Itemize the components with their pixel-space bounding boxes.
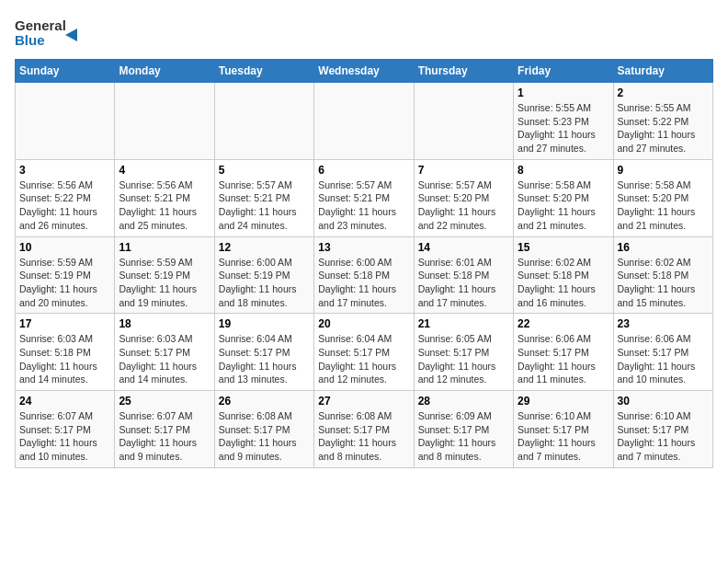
calendar-cell	[414, 83, 513, 160]
day-number: 4	[119, 164, 210, 177]
calendar-cell: 24Sunrise: 6:07 AM Sunset: 5:17 PM Dayli…	[16, 391, 115, 468]
weekday-label: Thursday	[414, 60, 513, 83]
day-info: Sunrise: 5:56 AM Sunset: 5:22 PM Dayligh…	[19, 178, 110, 233]
day-info: Sunrise: 6:08 AM Sunset: 5:17 PM Dayligh…	[219, 409, 310, 464]
day-number: 27	[318, 395, 409, 408]
calendar-cell: 15Sunrise: 6:02 AM Sunset: 5:18 PM Dayli…	[514, 236, 613, 314]
weekday-label: Wednesday	[314, 60, 414, 83]
day-number: 23	[618, 317, 709, 330]
calendar-cell: 30Sunrise: 6:10 AM Sunset: 5:17 PM Dayli…	[613, 391, 712, 468]
calendar-week-row: 17Sunrise: 6:03 AM Sunset: 5:18 PM Dayli…	[16, 314, 713, 391]
calendar-cell: 25Sunrise: 6:07 AM Sunset: 5:17 PM Dayli…	[115, 391, 214, 468]
day-info: Sunrise: 6:02 AM Sunset: 5:18 PM Dayligh…	[618, 256, 709, 310]
day-info: Sunrise: 6:00 AM Sunset: 5:19 PM Dayligh…	[219, 256, 310, 310]
calendar-cell: 21Sunrise: 6:05 AM Sunset: 5:17 PM Dayli…	[414, 314, 513, 391]
calendar-cell: 20Sunrise: 6:04 AM Sunset: 5:17 PM Dayli…	[314, 314, 414, 391]
calendar-table: SundayMondayTuesdayWednesdayThursdayFrid…	[15, 59, 713, 468]
weekday-label: Friday	[514, 60, 613, 83]
day-number: 1	[518, 86, 609, 99]
calendar-cell: 4Sunrise: 5:56 AM Sunset: 5:21 PM Daylig…	[115, 159, 214, 236]
calendar-cell: 8Sunrise: 5:58 AM Sunset: 5:20 PM Daylig…	[514, 159, 613, 236]
day-info: Sunrise: 6:06 AM Sunset: 5:17 PM Dayligh…	[518, 332, 609, 386]
day-info: Sunrise: 5:57 AM Sunset: 5:21 PM Dayligh…	[318, 178, 409, 233]
day-number: 26	[219, 395, 310, 408]
day-number: 17	[19, 317, 110, 330]
calendar-cell: 16Sunrise: 6:02 AM Sunset: 5:18 PM Dayli…	[613, 236, 712, 314]
day-number: 28	[418, 395, 509, 408]
calendar-week-row: 3Sunrise: 5:56 AM Sunset: 5:22 PM Daylig…	[16, 159, 713, 236]
logo-svg: GeneralBlue	[15, 15, 79, 52]
page-header: GeneralBlue	[15, 15, 713, 52]
day-number: 12	[219, 241, 310, 254]
day-number: 24	[19, 395, 110, 408]
weekday-label: Sunday	[16, 60, 115, 83]
day-number: 5	[219, 164, 310, 177]
calendar-cell: 11Sunrise: 5:59 AM Sunset: 5:19 PM Dayli…	[115, 236, 214, 314]
calendar-cell: 1Sunrise: 5:55 AM Sunset: 5:23 PM Daylig…	[514, 83, 613, 160]
day-info: Sunrise: 5:57 AM Sunset: 5:21 PM Dayligh…	[219, 178, 310, 233]
day-number: 3	[19, 164, 110, 177]
calendar-cell: 23Sunrise: 6:06 AM Sunset: 5:17 PM Dayli…	[613, 314, 712, 391]
day-number: 2	[618, 86, 709, 99]
day-info: Sunrise: 6:03 AM Sunset: 5:18 PM Dayligh…	[19, 332, 110, 386]
calendar-cell: 17Sunrise: 6:03 AM Sunset: 5:18 PM Dayli…	[16, 314, 115, 391]
calendar-cell: 13Sunrise: 6:00 AM Sunset: 5:18 PM Dayli…	[314, 236, 414, 314]
day-number: 9	[618, 164, 709, 177]
day-number: 10	[19, 241, 110, 254]
day-info: Sunrise: 6:03 AM Sunset: 5:17 PM Dayligh…	[119, 332, 210, 386]
day-info: Sunrise: 5:55 AM Sunset: 5:22 PM Dayligh…	[618, 101, 709, 155]
day-number: 8	[518, 164, 609, 177]
day-number: 15	[518, 241, 609, 254]
svg-text:Blue: Blue	[15, 32, 45, 48]
weekday-label: Monday	[115, 60, 214, 83]
day-info: Sunrise: 5:57 AM Sunset: 5:20 PM Dayligh…	[418, 178, 509, 233]
day-info: Sunrise: 6:01 AM Sunset: 5:18 PM Dayligh…	[418, 256, 509, 310]
day-number: 21	[418, 317, 509, 330]
day-number: 14	[418, 241, 509, 254]
day-info: Sunrise: 6:10 AM Sunset: 5:17 PM Dayligh…	[518, 409, 609, 464]
calendar-cell	[16, 83, 115, 160]
day-number: 22	[518, 317, 609, 330]
day-info: Sunrise: 6:05 AM Sunset: 5:17 PM Dayligh…	[418, 332, 509, 386]
day-info: Sunrise: 6:07 AM Sunset: 5:17 PM Dayligh…	[119, 409, 210, 464]
day-info: Sunrise: 6:09 AM Sunset: 5:17 PM Dayligh…	[418, 409, 509, 464]
calendar-cell	[115, 83, 214, 160]
day-number: 30	[618, 395, 709, 408]
calendar-cell: 9Sunrise: 5:58 AM Sunset: 5:20 PM Daylig…	[613, 159, 712, 236]
calendar-week-row: 24Sunrise: 6:07 AM Sunset: 5:17 PM Dayli…	[16, 391, 713, 468]
calendar-cell: 14Sunrise: 6:01 AM Sunset: 5:18 PM Dayli…	[414, 236, 513, 314]
svg-text:General: General	[15, 17, 66, 33]
calendar-cell: 5Sunrise: 5:57 AM Sunset: 5:21 PM Daylig…	[214, 159, 313, 236]
day-number: 20	[318, 317, 409, 330]
calendar-cell: 22Sunrise: 6:06 AM Sunset: 5:17 PM Dayli…	[514, 314, 613, 391]
calendar-cell: 27Sunrise: 6:08 AM Sunset: 5:17 PM Dayli…	[314, 391, 414, 468]
day-info: Sunrise: 6:02 AM Sunset: 5:18 PM Dayligh…	[518, 256, 609, 310]
calendar-cell: 12Sunrise: 6:00 AM Sunset: 5:19 PM Dayli…	[214, 236, 313, 314]
calendar-cell: 7Sunrise: 5:57 AM Sunset: 5:20 PM Daylig…	[414, 159, 513, 236]
day-info: Sunrise: 5:56 AM Sunset: 5:21 PM Dayligh…	[119, 178, 210, 233]
logo: GeneralBlue	[15, 15, 79, 52]
day-number: 25	[119, 395, 210, 408]
calendar-cell: 2Sunrise: 5:55 AM Sunset: 5:22 PM Daylig…	[613, 83, 712, 160]
day-info: Sunrise: 5:58 AM Sunset: 5:20 PM Dayligh…	[518, 178, 609, 233]
calendar-body: 1Sunrise: 5:55 AM Sunset: 5:23 PM Daylig…	[16, 83, 713, 468]
day-number: 19	[219, 317, 310, 330]
calendar-cell: 10Sunrise: 5:59 AM Sunset: 5:19 PM Dayli…	[16, 236, 115, 314]
svg-marker-2	[65, 29, 77, 41]
day-info: Sunrise: 5:59 AM Sunset: 5:19 PM Dayligh…	[19, 256, 110, 310]
calendar-cell: 6Sunrise: 5:57 AM Sunset: 5:21 PM Daylig…	[314, 159, 414, 236]
calendar-cell	[314, 83, 414, 160]
day-info: Sunrise: 5:58 AM Sunset: 5:20 PM Dayligh…	[618, 178, 709, 233]
calendar-header: SundayMondayTuesdayWednesdayThursdayFrid…	[16, 60, 713, 83]
calendar-cell: 19Sunrise: 6:04 AM Sunset: 5:17 PM Dayli…	[214, 314, 313, 391]
calendar-cell: 28Sunrise: 6:09 AM Sunset: 5:17 PM Dayli…	[414, 391, 513, 468]
day-info: Sunrise: 6:04 AM Sunset: 5:17 PM Dayligh…	[318, 332, 409, 386]
calendar-cell: 3Sunrise: 5:56 AM Sunset: 5:22 PM Daylig…	[16, 159, 115, 236]
weekday-label: Saturday	[613, 60, 712, 83]
calendar-cell	[214, 83, 313, 160]
day-info: Sunrise: 6:08 AM Sunset: 5:17 PM Dayligh…	[318, 409, 409, 464]
calendar-week-row: 1Sunrise: 5:55 AM Sunset: 5:23 PM Daylig…	[16, 83, 713, 160]
calendar-week-row: 10Sunrise: 5:59 AM Sunset: 5:19 PM Dayli…	[16, 236, 713, 314]
weekday-header-row: SundayMondayTuesdayWednesdayThursdayFrid…	[16, 60, 713, 83]
calendar-cell: 26Sunrise: 6:08 AM Sunset: 5:17 PM Dayli…	[214, 391, 313, 468]
